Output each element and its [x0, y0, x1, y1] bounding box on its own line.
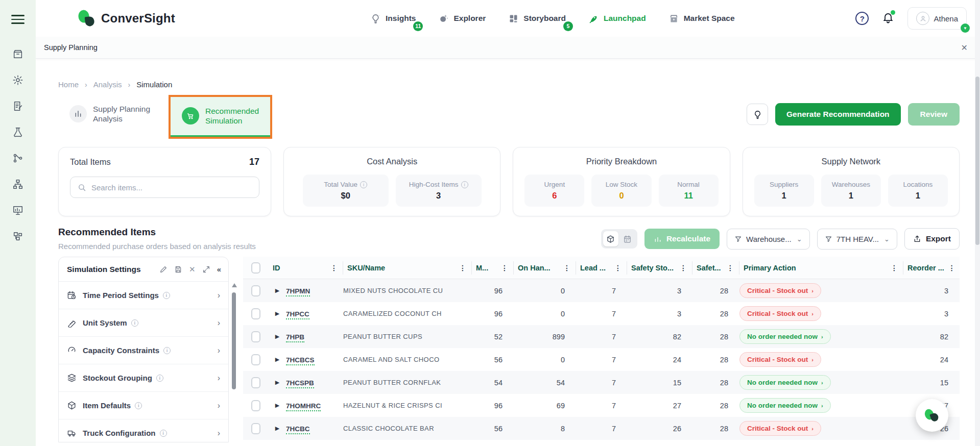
expand-row-icon[interactable]: ▶: [269, 287, 286, 294]
info-icon[interactable]: i: [163, 292, 170, 299]
item-id-link[interactable]: 7HCBC: [286, 425, 310, 434]
package-view-icon[interactable]: [603, 231, 618, 246]
row-checkbox[interactable]: [251, 354, 260, 365]
scrollbar-thumb[interactable]: [975, 77, 979, 245]
export-button[interactable]: Export: [904, 228, 960, 250]
settings-gear-icon[interactable]: [12, 74, 24, 86]
scrollbar-thumb[interactable]: [232, 292, 236, 389]
primary-action-pill[interactable]: No order needed now›: [739, 375, 831, 390]
row-checkbox[interactable]: [251, 400, 260, 411]
info-icon[interactable]: i: [131, 319, 138, 327]
item-id-link[interactable]: 7HOMHRC: [286, 402, 321, 411]
expand-row-icon[interactable]: ▶: [269, 333, 286, 340]
nav-explorer[interactable]: Explorer: [438, 13, 486, 24]
calendar-view-icon[interactable]: [620, 231, 635, 246]
primary-action-pill[interactable]: Critical - Stock out›: [739, 421, 821, 436]
assistant-chat-button[interactable]: [916, 399, 948, 432]
item-id-link[interactable]: 7HPB: [286, 333, 304, 342]
info-icon[interactable]: i: [135, 402, 142, 409]
item-id-link[interactable]: 7HPMN: [286, 287, 310, 296]
recalculate-button[interactable]: Recalculate: [644, 229, 720, 249]
item-filter-dropdown[interactable]: 7TH HEAV... ⌄: [817, 229, 897, 250]
nav-insights[interactable]: Insights 11: [370, 13, 416, 24]
primary-action-pill[interactable]: No order needed now›: [739, 329, 831, 344]
breadcrumb-analysis[interactable]: Analysis: [93, 80, 122, 89]
page-scrollbar[interactable]: [975, 0, 980, 446]
item-id-link[interactable]: 7HCBCS: [286, 356, 315, 365]
expand-row-icon[interactable]: ▶: [269, 402, 286, 409]
setting-stockout-grouping[interactable]: Stockout Groupingi ›: [59, 364, 228, 392]
primary-action-pill[interactable]: Critical - Stock out›: [739, 283, 821, 298]
expand-row-icon[interactable]: ▶: [269, 310, 286, 317]
primary-action-pill[interactable]: Critical - Stock out›: [739, 306, 821, 321]
close-icon[interactable]: ✕: [189, 265, 196, 274]
review-button[interactable]: Review: [908, 103, 960, 126]
save-icon[interactable]: [174, 265, 182, 274]
edit-pencil-icon[interactable]: [159, 265, 168, 274]
row-checkbox[interactable]: [251, 285, 260, 296]
primary-action-pill[interactable]: Critical - Stock out›: [739, 352, 821, 367]
info-icon[interactable]: i: [461, 181, 468, 188]
setting-unit-system[interactable]: Unit Systemi ›: [59, 309, 228, 337]
setting-item-defaults[interactable]: Item Defaultsi ›: [59, 392, 228, 419]
warehouse-filter-dropdown[interactable]: Warehouse... ⌄: [727, 229, 810, 250]
settings-scrollbar[interactable]: [231, 257, 237, 442]
info-icon[interactable]: i: [360, 181, 367, 188]
header-reorder[interactable]: Reorder ...⋮: [903, 261, 960, 275]
user-menu[interactable]: Athena ▼: [907, 7, 967, 30]
tab-recommended-simulation[interactable]: Recommended Simulation: [171, 97, 270, 137]
hierarchy-icon[interactable]: [12, 230, 24, 242]
org-structure-icon[interactable]: [12, 178, 24, 190]
nav-market-space[interactable]: Market Space: [668, 13, 735, 24]
header-id[interactable]: ID⋮: [269, 261, 343, 275]
column-menu-icon[interactable]: ⋮: [610, 264, 622, 272]
collapse-icon[interactable]: «: [217, 265, 220, 274]
nav-storyboard[interactable]: Storyboard 5: [508, 13, 566, 24]
row-checkbox[interactable]: [251, 331, 260, 342]
column-menu-icon[interactable]: ⋮: [559, 264, 570, 272]
nav-launchpad[interactable]: Launchpad: [588, 13, 646, 24]
workspace-tab[interactable]: Supply Planning: [44, 43, 98, 52]
column-menu-icon[interactable]: ⋮: [326, 264, 338, 272]
insights-board-icon[interactable]: [12, 204, 24, 216]
info-icon[interactable]: i: [156, 375, 163, 382]
column-menu-icon[interactable]: ⋮: [723, 264, 734, 272]
header-primary-action[interactable]: Primary Action⋮: [739, 261, 903, 275]
generate-recommendation-button[interactable]: Generate Recommendation: [775, 103, 901, 126]
select-all-checkbox[interactable]: [251, 262, 260, 274]
header-safety-stock[interactable]: Safety Sto...⋮: [627, 261, 692, 275]
brand-logo[interactable]: ConverSight: [78, 9, 175, 28]
column-menu-icon[interactable]: ⋮: [497, 264, 508, 272]
info-icon[interactable]: i: [163, 347, 171, 354]
item-id-link[interactable]: 7HPCC: [286, 310, 309, 319]
column-menu-icon[interactable]: ⋮: [944, 264, 955, 272]
setting-truck-configuration[interactable]: Truck Configurationi ›: [59, 419, 228, 442]
scroll-up-arrow[interactable]: [232, 283, 237, 287]
menu-icon[interactable]: [11, 12, 25, 27]
header-m[interactable]: M...⋮: [472, 261, 514, 275]
lab-flask-icon[interactable]: [12, 126, 24, 138]
setting-capacity-constraints[interactable]: Capacity Constraintsi ›: [59, 337, 228, 364]
header-lead[interactable]: Lead ...⋮: [576, 261, 627, 275]
item-search[interactable]: [70, 177, 259, 198]
pipeline-branch-icon[interactable]: [12, 152, 24, 164]
search-input[interactable]: [91, 183, 252, 192]
help-icon[interactable]: ?: [855, 12, 869, 25]
row-checkbox[interactable]: [251, 423, 260, 434]
info-icon[interactable]: i: [160, 430, 167, 437]
primary-action-pill[interactable]: No order needed now›: [739, 398, 831, 413]
setting-time-period[interactable]: Time Period Settingsi ›: [59, 282, 228, 309]
header-sku-name[interactable]: SKU/Name⋮: [343, 261, 472, 275]
close-icon[interactable]: ✕: [961, 43, 968, 53]
idea-bulb-button[interactable]: [747, 104, 768, 125]
expand-row-icon[interactable]: ▶: [269, 379, 286, 386]
expand-row-icon[interactable]: ▶: [269, 356, 286, 363]
row-checkbox[interactable]: [251, 377, 260, 388]
audit-form-icon[interactable]: [12, 100, 24, 112]
column-menu-icon[interactable]: ⋮: [887, 264, 898, 272]
column-menu-icon[interactable]: ⋮: [455, 264, 466, 272]
header-on-hand[interactable]: On Han...⋮: [514, 261, 576, 275]
expand-row-icon[interactable]: ▶: [269, 425, 286, 432]
breadcrumb-home[interactable]: Home: [58, 80, 79, 89]
inventory-icon[interactable]: [12, 48, 24, 60]
